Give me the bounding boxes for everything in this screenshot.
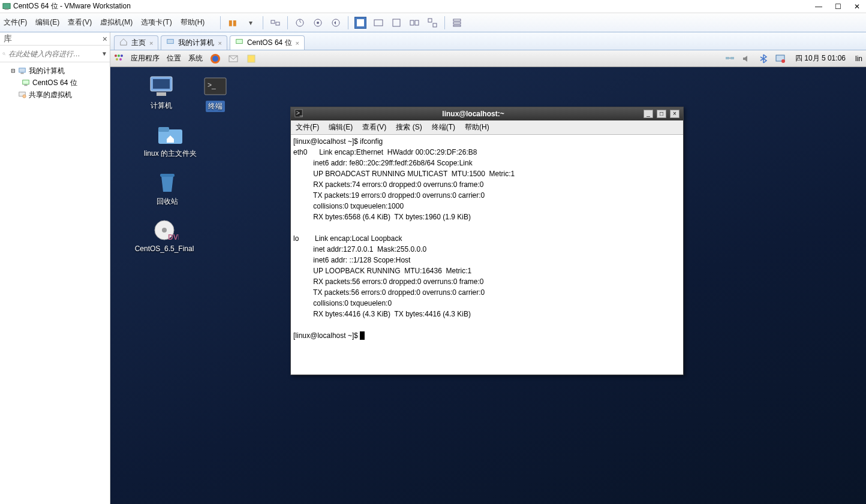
gnome-menu-system[interactable]: 系统 <box>188 53 203 64</box>
library-sidebar: 库 × ▼ ⊟ 我的计算机 CentOS 64 位 ⊟ <box>0 32 110 504</box>
panel-user[interactable]: lin <box>855 55 862 63</box>
search-dropdown-icon[interactable]: ▼ <box>101 50 107 57</box>
terminal-minimize-button[interactable]: _ <box>644 110 653 118</box>
library-search-input[interactable] <box>8 50 99 58</box>
svg-text:>_: >_ <box>296 109 303 116</box>
desktop-icon-home[interactable]: linux 的主文件夹 <box>134 122 206 159</box>
snapshot-manager-icon[interactable] <box>312 17 324 29</box>
window-close-button[interactable]: ✕ <box>853 2 861 11</box>
cursor-icon <box>360 331 365 340</box>
terminal-close-button[interactable]: × <box>670 110 679 118</box>
terminal-menubar: 文件(F) 编辑(E) 查看(V) 搜索 (S) 终端(T) 帮助(H) <box>291 120 683 135</box>
svg-rect-13 <box>428 19 432 22</box>
term-menu-edit[interactable]: 编辑(E) <box>329 122 353 132</box>
firefox-icon[interactable] <box>210 53 221 64</box>
tab-mycomputer[interactable]: 我的计算机 × <box>161 35 227 50</box>
menu-file[interactable]: 文件(F) <box>4 17 27 28</box>
menu-help[interactable]: 帮助(H) <box>181 17 205 28</box>
sidebar-close-icon[interactable]: × <box>103 34 107 44</box>
vm-guest-desktop[interactable]: 应用程序 位置 系统 <box>110 50 866 504</box>
unity-icon[interactable] <box>372 17 384 29</box>
desktop-icon-computer[interactable]: 计算机 <box>134 74 188 111</box>
computer-icon <box>147 74 176 98</box>
tab-close-icon[interactable]: × <box>218 40 221 47</box>
app-menubar: 文件(F) 编辑(E) 查看(V) 虚拟机(M) 选项卡(T) 帮助(H) ▮▮… <box>0 13 866 32</box>
folder-home-icon <box>156 122 185 146</box>
library-icon[interactable] <box>451 17 463 29</box>
tab-close-icon[interactable]: × <box>296 40 299 47</box>
svg-rect-38 <box>730 57 734 59</box>
svg-rect-26 <box>167 40 174 44</box>
panel-clock[interactable]: 四 10月 5 01:06 <box>795 53 846 64</box>
terminal-maximize-button[interactable]: □ <box>657 110 666 118</box>
disc-icon: DVD <box>150 218 179 242</box>
desktop-icon-trash[interactable]: 回收站 <box>140 170 194 207</box>
svg-point-32 <box>119 58 122 61</box>
tab-label: 我的计算机 <box>178 38 214 48</box>
desktop-icon-cd[interactable]: DVD CentOS_6.5_Final <box>128 218 200 253</box>
cycle-icon[interactable] <box>426 17 438 29</box>
svg-rect-43 <box>153 79 170 89</box>
bluetooth-tray-icon[interactable] <box>758 53 769 64</box>
svg-rect-48 <box>158 127 169 132</box>
window-maximize-button[interactable]: ☐ <box>834 2 842 11</box>
menu-tabs[interactable]: 选项卡(T) <box>141 17 172 28</box>
svg-rect-15 <box>453 19 461 21</box>
svg-rect-8 <box>357 19 364 26</box>
term-menu-view[interactable]: 查看(V) <box>362 122 386 132</box>
svg-rect-44 <box>157 92 166 96</box>
terminal-app-icon: >_ <box>294 109 303 119</box>
term-menu-terminal[interactable]: 终端(T) <box>432 122 455 132</box>
volume-tray-icon[interactable] <box>741 53 752 64</box>
terminal-output[interactable]: [linux@localhost ~]$ ifconfig eth0 Link … <box>291 135 683 375</box>
window-minimize-button[interactable]: — <box>814 2 823 11</box>
desktop-icon-label: 终端 <box>206 101 225 112</box>
svg-point-29 <box>118 55 120 57</box>
notes-icon[interactable] <box>246 53 257 64</box>
svg-text:DVD: DVD <box>168 233 179 242</box>
svg-rect-37 <box>726 57 729 59</box>
desktop-icon-terminal[interactable]: >_ 终端 <box>188 74 242 112</box>
gnome-menu-applications[interactable]: 应用程序 <box>131 53 160 64</box>
computer-icon <box>166 38 175 48</box>
menu-vm[interactable]: 虚拟机(M) <box>100 17 133 28</box>
svg-rect-22 <box>23 80 29 84</box>
collapse-icon: ⊟ <box>11 68 16 74</box>
sidebar-title: 库 <box>4 34 12 44</box>
tab-close-icon[interactable]: × <box>149 40 153 47</box>
svg-rect-2 <box>271 20 275 23</box>
network-tray-icon[interactable] <box>724 53 735 64</box>
menu-edit[interactable]: 编辑(E) <box>35 17 59 28</box>
term-menu-file[interactable]: 文件(F) <box>296 122 319 132</box>
stretch-icon[interactable] <box>408 17 420 29</box>
console-view-icon[interactable] <box>390 17 402 29</box>
svg-point-30 <box>121 55 123 57</box>
menu-view[interactable]: 查看(V) <box>68 17 92 28</box>
tab-centos[interactable]: CentOS 64 位 × <box>230 35 305 50</box>
dropdown-caret-icon[interactable]: ▾ <box>245 17 257 29</box>
display-tray-icon[interactable] <box>775 53 786 64</box>
tree-node-shared[interactable]: ⊟ 共享的虚拟机 <box>1 89 109 101</box>
fullscreen-icon[interactable] <box>354 17 366 29</box>
mail-icon[interactable] <box>228 53 239 64</box>
tab-label: CentOS 64 位 <box>247 38 292 48</box>
send-ctrl-alt-del-icon[interactable] <box>269 17 281 29</box>
shared-vm-icon <box>18 90 26 99</box>
revert-snapshot-icon[interactable] <box>330 17 342 29</box>
snapshot-icon[interactable] <box>294 17 306 29</box>
vm-icon <box>22 79 30 87</box>
svg-line-19 <box>4 54 5 55</box>
terminal-titlebar[interactable]: >_ linux@localhost:~ _ □ × <box>291 107 683 120</box>
tree-node-mycomputer[interactable]: ⊟ 我的计算机 <box>1 65 109 77</box>
pause-icon[interactable]: ▮▮ <box>227 17 239 29</box>
terminal-text: [linux@localhost ~]$ ifconfig eth0 Link … <box>293 137 515 340</box>
svg-point-34 <box>212 56 218 62</box>
svg-rect-0 <box>3 3 10 8</box>
tab-home[interactable]: 主页 × <box>114 35 158 50</box>
term-menu-search[interactable]: 搜索 (S) <box>396 122 422 132</box>
desktop-icon-label: 回收站 <box>157 197 178 207</box>
tree-node-centos[interactable]: CentOS 64 位 <box>1 77 109 89</box>
term-menu-help[interactable]: 帮助(H) <box>465 122 489 132</box>
gnome-menu-places[interactable]: 位置 <box>167 53 181 64</box>
terminal-window[interactable]: >_ linux@localhost:~ _ □ × 文件(F) 编辑(E) 查… <box>290 107 684 375</box>
